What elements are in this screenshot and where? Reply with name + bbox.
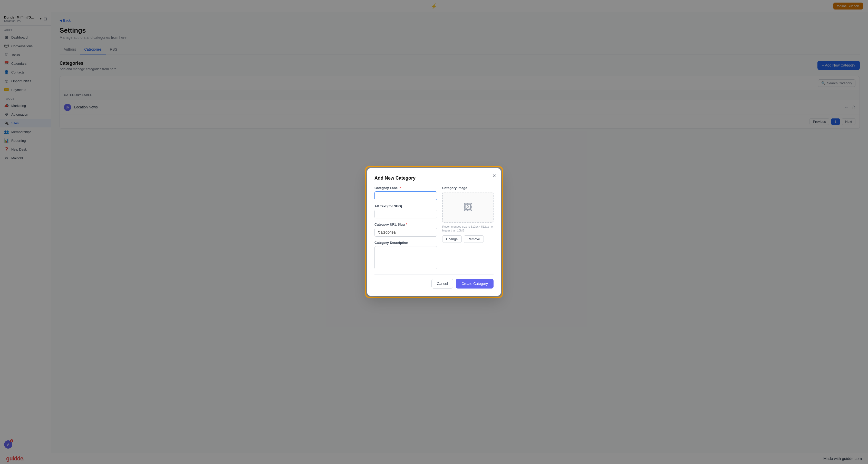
required-indicator: * (400, 186, 401, 190)
cancel-button[interactable]: Cancel (431, 279, 454, 289)
url-slug-input[interactable] (374, 228, 437, 237)
modal-overlay[interactable]: Add New Category ✕ Category Label * Alt … (0, 0, 868, 464)
remove-image-button[interactable]: Remove (464, 235, 484, 243)
modal-body: Category Label * Alt Text (for SEO) Cate… (374, 186, 494, 269)
url-slug-label: Category URL Slug * (374, 223, 437, 226)
modal-footer: Cancel Create Category (374, 274, 494, 289)
image-actions: Change Remove (442, 235, 494, 243)
image-hint: Recommended size is 512px * 512px no big… (442, 225, 494, 233)
description-textarea[interactable] (374, 246, 437, 269)
category-label-label: Category Label * (374, 186, 437, 190)
required-indicator-slug: * (406, 223, 407, 226)
category-image-label: Category Image (442, 186, 494, 190)
modal-title: Add New Category (374, 175, 494, 181)
modal-close-button[interactable]: ✕ (492, 173, 496, 179)
category-label-group: Category Label * (374, 186, 437, 200)
description-label: Category Description (374, 241, 437, 244)
modal-highlight: Add New Category ✕ Category Label * Alt … (365, 166, 503, 298)
image-upload-area[interactable]: 🖼 (442, 192, 494, 223)
add-category-modal: Add New Category ✕ Category Label * Alt … (367, 168, 501, 296)
category-label-input[interactable] (374, 192, 437, 200)
alt-text-label: Alt Text (for SEO) (374, 204, 437, 208)
image-placeholder-icon: 🖼 (463, 202, 472, 213)
change-image-button[interactable]: Change (442, 235, 462, 243)
create-category-button[interactable]: Create Category (456, 279, 494, 289)
description-group: Category Description (374, 241, 437, 269)
modal-left: Category Label * Alt Text (for SEO) Cate… (374, 186, 437, 269)
alt-text-input[interactable] (374, 210, 437, 219)
modal-right: Category Image 🖼 Recommended size is 512… (442, 186, 494, 269)
alt-text-group: Alt Text (for SEO) (374, 204, 437, 219)
url-slug-group: Category URL Slug * (374, 223, 437, 237)
